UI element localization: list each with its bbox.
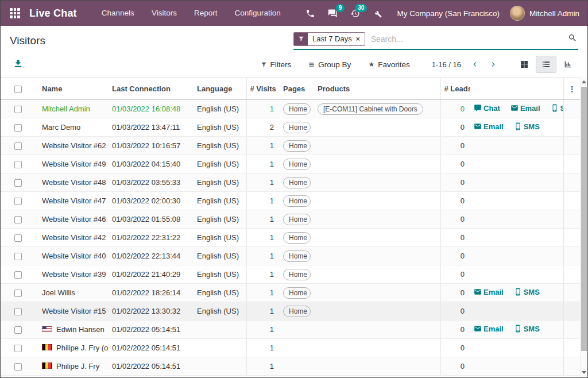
search-bar[interactable]: Last 7 Days × [293,32,578,50]
scroll-down-icon[interactable] [581,368,587,376]
column-header-pages[interactable]: Pages [280,78,314,100]
group-by-dropdown[interactable]: Group By [308,60,351,69]
tag-badge: Home [283,177,311,188]
search-icon[interactable] [568,33,577,45]
row-checkbox[interactable] [14,161,22,168]
row-checkbox[interactable] [14,234,22,242]
kanban-view-button[interactable] [514,56,535,73]
company-switcher[interactable]: My Company (San Francisco) [397,9,500,18]
column-header-leads[interactable]: # Leads [440,78,470,100]
email-action-button[interactable]: Email [510,104,540,113]
row-checkbox[interactable] [14,363,22,371]
menu-configuration[interactable]: Configuration [226,1,289,26]
phone-icon[interactable] [299,9,322,18]
email-action-button[interactable]: Email [474,325,504,333]
visits-count: 1 [246,357,280,376]
table-row[interactable]: Edwin Hansen01/02/2022 05:14:5110EmailSM… [1,321,581,339]
table-row[interactable]: Philipe J. Fry (old)01/02/2022 05:14:511… [1,339,581,357]
column-header-actions [470,78,563,100]
table-row[interactable]: Website Visitor #4601/03/2022 01:55:08En… [1,210,581,229]
sms-action-button[interactable]: SMS [514,325,540,333]
select-all-checkbox[interactable] [14,86,22,93]
table-row[interactable]: Website Visitor #4801/03/2022 03:55:33En… [1,173,581,192]
visitor-name: Website Visitor #39 [33,265,109,284]
top-navbar: Live Chat Channels Visitors Report Confi… [1,1,587,26]
table-row[interactable]: Website Visitor #4901/03/2022 04:15:40En… [1,155,581,173]
email-action-button[interactable]: Email [474,122,504,131]
row-checkbox[interactable] [14,198,22,205]
visitor-name: Edwin Hansen [33,321,109,339]
table-row[interactable]: Joel Willis01/02/2022 18:26:14English (U… [1,284,581,302]
column-header-last-connection[interactable]: Last Connection [109,78,194,100]
scroll-up-icon[interactable] [581,78,587,86]
pages: Home [280,247,314,265]
scrollbar-thumb[interactable] [581,87,587,351]
sms-action-button[interactable]: SMS [514,122,540,131]
filters-dropdown[interactable]: Filters [261,60,292,69]
table-row[interactable]: Website Visitor #4701/03/2022 02:00:30En… [1,192,581,210]
table-row[interactable]: Website Visitor #1501/02/2022 13:30:32En… [1,302,581,321]
graph-view-button[interactable] [558,56,578,73]
column-header-products[interactable]: Products [314,78,440,100]
last-connection: 01/03/2022 16:08:48 [109,100,194,118]
column-options-button[interactable]: ⋮ [563,78,581,100]
table-row[interactable]: Website Visitor #6201/03/2022 10:16:57En… [1,137,581,155]
tag-badge: Home [283,306,311,317]
messages-icon[interactable]: 9 [322,9,344,18]
list-view-button[interactable] [536,56,556,73]
row-checkbox[interactable] [14,290,22,297]
search-input[interactable] [370,34,568,44]
table-row[interactable]: Website Visitor #3901/02/2022 21:40:29En… [1,265,581,284]
facet-remove-icon[interactable]: × [356,33,365,45]
table-row[interactable]: Mitchell Admin01/03/2022 16:08:48English… [1,100,581,118]
sms-action-button[interactable]: SMS [551,104,563,113]
table-row[interactable]: Philipe J. Fry01/02/2022 05:14:5110 [1,357,581,376]
activities-clock-icon[interactable]: 30 [344,9,366,18]
column-header-name[interactable]: Name [33,78,109,100]
pages: Home [280,118,314,137]
table-row[interactable]: Website Visitor #4001/02/2022 22:13:44En… [1,247,581,265]
row-checkbox[interactable] [14,124,22,132]
column-header-language[interactable]: Language [194,78,246,100]
row-checkbox[interactable] [14,142,22,150]
row-checkbox[interactable] [14,106,22,113]
pager-next-button[interactable] [489,60,498,69]
table-row[interactable]: Website Visitor #4201/02/2022 22:31:22En… [1,229,581,247]
row-checkbox[interactable] [14,216,22,223]
row-actions: EmailSMS [470,321,563,339]
chat-action-button[interactable]: Chat [474,104,500,113]
tools-icon[interactable] [366,9,389,18]
sms-action-button[interactable]: SMS [514,288,540,296]
last-connection: 01/03/2022 02:00:30 [109,192,194,210]
visits-count: 1 [246,321,280,339]
row-spacer [563,247,581,265]
email-icon [474,122,482,130]
menu-visitors[interactable]: Visitors [143,1,185,26]
table-row[interactable]: Marc Demo01/03/2022 13:47:11English (US)… [1,118,581,137]
apps-menu-icon[interactable] [10,8,20,18]
row-checkbox[interactable] [14,271,22,279]
menu-channels[interactable]: Channels [93,1,143,26]
column-header-visits[interactable]: # Visits [246,78,280,100]
vertical-scrollbar[interactable] [580,78,587,377]
search-facet[interactable]: Last 7 Days × [293,32,365,46]
language [194,357,246,376]
user-avatar[interactable] [510,6,525,21]
row-checkbox[interactable] [14,179,22,187]
row-checkbox[interactable] [14,345,22,352]
user-menu[interactable]: Mitchell Admin [529,9,579,18]
row-checkbox[interactable] [14,326,22,334]
email-action-button[interactable]: Email [474,288,504,296]
last-connection: 01/02/2022 13:30:32 [109,302,194,321]
email-icon [474,325,482,333]
export-button[interactable] [10,59,23,71]
row-spacer [563,192,581,210]
favorites-dropdown[interactable]: ★ Favorites [368,60,409,69]
language: English (US) [194,173,246,192]
row-checkbox[interactable] [14,308,22,315]
menu-report[interactable]: Report [185,1,226,26]
app-title[interactable]: Live Chat [29,7,77,20]
row-checkbox[interactable] [14,253,22,260]
sms-icon [514,288,522,296]
pager-previous-button[interactable] [470,60,479,69]
